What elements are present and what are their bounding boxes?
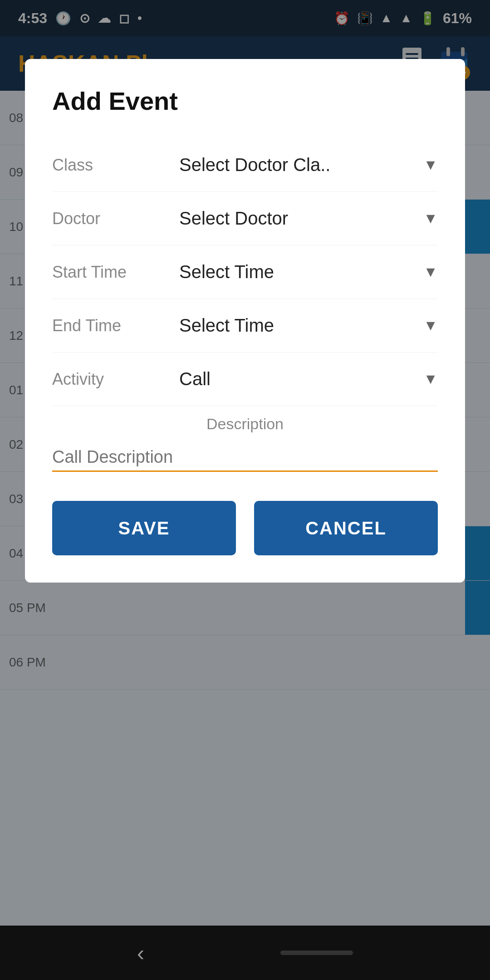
add-event-dialog: Add Event Class Select Doctor Cla.. ▼ Do…: [25, 59, 465, 583]
class-select[interactable]: Select Doctor Cla.. ▼: [179, 155, 438, 175]
activity-select-value: Call: [179, 369, 211, 389]
doctor-select-value: Select Doctor: [179, 208, 288, 229]
end-time-label: End Time: [52, 316, 179, 335]
description-input[interactable]: [52, 444, 438, 470]
dialog-title: Add Event: [52, 86, 438, 116]
start-time-chevron-icon: ▼: [423, 264, 438, 280]
doctor-label: Doctor: [52, 209, 179, 228]
start-time-field-row: Start Time Select Time ▼: [52, 245, 438, 299]
cancel-button[interactable]: CANCEL: [254, 501, 438, 555]
doctor-field-row: Doctor Select Doctor ▼: [52, 192, 438, 245]
description-input-wrap: [52, 444, 438, 475]
activity-chevron-icon: ▼: [423, 371, 438, 387]
class-label: Class: [52, 156, 179, 175]
doctor-select[interactable]: Select Doctor ▼: [179, 208, 438, 229]
end-time-field-row: End Time Select Time ▼: [52, 299, 438, 353]
class-select-value: Select Doctor Cla..: [179, 155, 330, 175]
start-time-select-value: Select Time: [179, 262, 274, 282]
activity-label: Activity: [52, 370, 179, 389]
save-button[interactable]: SAVE: [52, 501, 236, 555]
end-time-select-value: Select Time: [179, 315, 274, 336]
end-time-select[interactable]: Select Time ▼: [179, 315, 438, 336]
end-time-chevron-icon: ▼: [423, 317, 438, 334]
class-chevron-icon: ▼: [423, 157, 438, 173]
start-time-label: Start Time: [52, 263, 179, 282]
description-underline: [52, 470, 438, 472]
class-field-row: Class Select Doctor Cla.. ▼: [52, 138, 438, 192]
activity-field-row: Activity Call ▼: [52, 353, 438, 406]
dialog-buttons: SAVE CANCEL: [52, 501, 438, 555]
description-label: Description: [52, 415, 438, 433]
activity-select[interactable]: Call ▼: [179, 369, 438, 389]
description-section: Description: [52, 415, 438, 475]
doctor-chevron-icon: ▼: [423, 210, 438, 227]
start-time-select[interactable]: Select Time ▼: [179, 262, 438, 282]
